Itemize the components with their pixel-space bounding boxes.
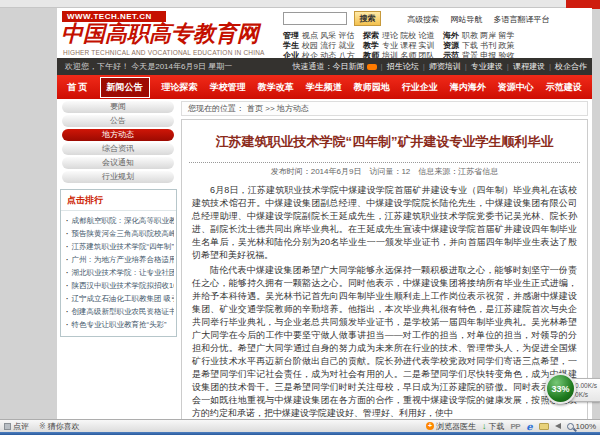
pp-plugin-button[interactable]: PP [510,422,520,431]
welcome-text: 欢迎您，下午好！ 今天是2014年6月9日 星期一 [65,58,232,75]
ranking-item[interactable]: 江苏建筑职业技术学院“四年制”矿... [66,240,174,253]
zoom-level: 100% [576,422,596,431]
ranking-item[interactable]: 特色专业让职业教育抢“头彩” [66,318,174,331]
sidebar-item-hangyeguihua[interactable]: 行业规划 [62,171,174,183]
comment-icon [4,423,11,430]
plus-icon: + [426,422,434,430]
channel-link-course[interactable]: 课程建设 [503,58,545,75]
site-logo[interactable]: 中国高职高专教育网 [61,19,259,49]
ranking-item[interactable]: 广州：为地方产业培养合格适用人才 [66,253,174,266]
pp-icon: PP [510,422,520,431]
nav-theory[interactable]: 理论探索 [162,81,198,94]
ranking-item[interactable]: 辽宁成立石油化工职教集团 吸引132... [66,292,174,305]
sidebar-item-yaowen[interactable]: 要闻 [62,101,174,113]
article-paragraph: 6月8日，江苏建筑职业技术学院中煤建设学院首届矿井建设专业（四年制）毕业典礼在该… [192,184,577,262]
breadcrumb-label: 您现在的位置： [188,104,244,113]
channel-link-training[interactable]: 师资培训 [419,58,461,75]
browser-status-bar: 点评 ※猜你喜欢 +浏览器医生 ↓下载 PP e 100% [0,419,600,432]
browser-doctor-button[interactable]: +浏览器医生 [426,421,476,432]
sidebar-item-huiyitongzhi[interactable]: 会议通知 [62,157,174,169]
quick-cell[interactable]: 管理视点 风采 评估 [283,30,363,40]
nav-resources[interactable]: 资源中心 [498,81,534,94]
ranking-item[interactable]: 预告陕黄河金三角高职院校高峰论坛... [66,227,174,240]
article-paragraph: 陆伦代表中煤建设集团希望广大同学能够永远保持一颗积极进取之心，能够时刻坚守一份责… [192,264,577,420]
screen: WWW.TECH.NET.CN 中国高职高专教育网 HIGHER TECHNIC… [0,0,600,435]
click-ranking-title: 点击排行 [61,190,176,211]
site-logo-subtitle: HIGHER TECHNICAL AND VOCATIONAL EDUCATIO… [63,49,265,56]
quick-cell[interactable]: 探索理论 院校 论道 [363,30,443,40]
ranking-item[interactable]: 湖北职业技术学院：让专业社团成为... [66,266,174,279]
nav-industry[interactable]: 行业企业 [402,81,438,94]
article-box: 江苏建筑职业技术学院“四年制”矿井建设专业学生顺利毕业 发布时间：2014年6月… [181,119,588,431]
breadcrumb-path[interactable]: 首页 >> 地方动态 [247,104,309,113]
article-column: 您现在的位置：首页 >> 地方动态 江苏建筑职业技术学院“四年制”矿井建设专业学… [181,99,590,432]
quick-cell[interactable]: 学生校园 流行 就业 [283,40,363,50]
download-button[interactable]: ↓下载 [482,421,505,432]
star-icon: ※ [39,422,46,431]
nav-overseas[interactable]: 海内海外 [450,81,486,94]
article-title: 江苏建筑职业技术学院“四年制”矿井建设专业学生顺利毕业 [182,133,587,151]
main-nav: 首 页 新闻公告 理论探索 学校管理 教学改革 学生频道 教师园地 行业企业 海… [57,75,592,99]
quick-cell[interactable]: 资源下载 书刊 政策 [443,40,535,50]
nav-students[interactable]: 学生频道 [306,81,342,94]
article-meta: 发布时间：2014年6月9日 访问量：12 信息来源：江苏省信息 [182,166,587,177]
sidebar: 要闻 公告 地方动态 综合资讯 会议通知 行业规划 点击排行 成都航空职院：深化… [57,99,179,432]
channel-link-forum[interactable]: 招生论坛 [377,58,419,75]
article-body: 6月8日，江苏建筑职业技术学院中煤建设学院首届矿井建设专业（四年制）毕业典礼在该… [192,184,577,420]
nav-home[interactable]: 首 页 [67,81,88,94]
advanced-search-link[interactable]: 高级搜索 [407,15,439,24]
sitemap-link[interactable]: 网站导航 [450,15,482,24]
sidebar-item-zonghezixun[interactable]: 综合资讯 [62,143,174,155]
breadcrumb: 您现在的位置：首页 >> 地方动态 [181,101,588,116]
search-links: 高级搜索 网站导航 多语言翻译平台 [407,14,558,25]
ranking-item[interactable]: 成都航空职院：深化高等职业教育改... [66,214,174,227]
quick-channel-label: 快速通道： [293,58,333,75]
ie-kernel-button[interactable]: e [526,421,532,432]
translate-link[interactable]: 多语言翻译平台 [493,15,549,24]
nav-school-mgmt[interactable]: 学校管理 [210,81,246,94]
sidebar-item-difangdongtai-active[interactable]: 地方动态 [62,129,174,141]
click-ranking-box: 点击排行 成都航空职院：深化高等职业教育改... 预告陕黄河金三角高职院校高峰论… [60,189,177,337]
new-icon [367,64,377,70]
zoom-control[interactable]: 100% [567,422,596,431]
speaker-icon [555,423,561,429]
channel-link-coop[interactable]: 校企合作 [545,58,587,75]
quick-cell[interactable]: 海外职教 两岸 留学 [443,30,535,40]
search-button[interactable]: 搜索 [354,11,381,26]
sidebar-item-gonggao[interactable]: 公告 [62,115,174,127]
download-speed: 0K/s [575,391,588,398]
guess-you-like-button[interactable]: ※猜你喜欢 [39,421,80,432]
magnifier-icon [567,423,574,430]
nav-teaching-reform[interactable]: 教学改革 [258,81,294,94]
download-icon: ↓ [482,421,487,431]
quick-channel-links: 今日新闻 招生论坛 师资培训 专业建设 课程建设 校企合作 [333,58,587,75]
channel-link-major[interactable]: 专业建设 [461,58,503,75]
folder-icon [539,423,549,430]
channel-link-news[interactable]: 今日新闻 [333,58,377,75]
nav-demo[interactable]: 示范建设 [546,81,582,94]
quick-cell[interactable]: 教学专业 课程 实训 [363,40,443,50]
mute-button[interactable] [555,423,561,429]
welcome-bar: 欢迎您，下午好！ 今天是2014年6月9日 星期一 快速通道： 今日新闻 招生论… [57,58,592,75]
nav-news-active[interactable]: 新闻公告 [100,77,150,98]
search-input[interactable] [283,12,347,25]
nav-teachers[interactable]: 教师园地 [354,81,390,94]
folder-button[interactable] [539,423,549,430]
content-area: 要闻 公告 地方动态 综合资讯 会议通知 行业规划 点击排行 成都航空职院：深化… [57,99,592,432]
ranking-item[interactable]: 创建高级新型职业农民资格证书制度... [66,305,174,318]
comment-button[interactable]: 点评 [4,421,29,432]
browser-top-strip [0,0,600,8]
page: WWW.TECH.NET.CN 中国高职高专教育网 HIGHER TECHNIC… [57,8,592,432]
dotted-separator [189,162,580,163]
ranking-item[interactable]: 陕西汉中职业技术学院拟招收100名... [66,279,174,292]
ie-icon: e [526,421,532,432]
click-ranking-list: 成都航空职院：深化高等职业教育改... 预告陕黄河金三角高职院校高峰论坛... … [61,214,176,331]
quick-link-grid: 管理视点 风采 评估 探索理论 院校 论道 海外职教 两岸 留学 学生校园 流行… [283,30,589,60]
accelerator-badge[interactable]: 33% [545,373,576,404]
upload-speed: 0.00K/s [575,382,597,389]
